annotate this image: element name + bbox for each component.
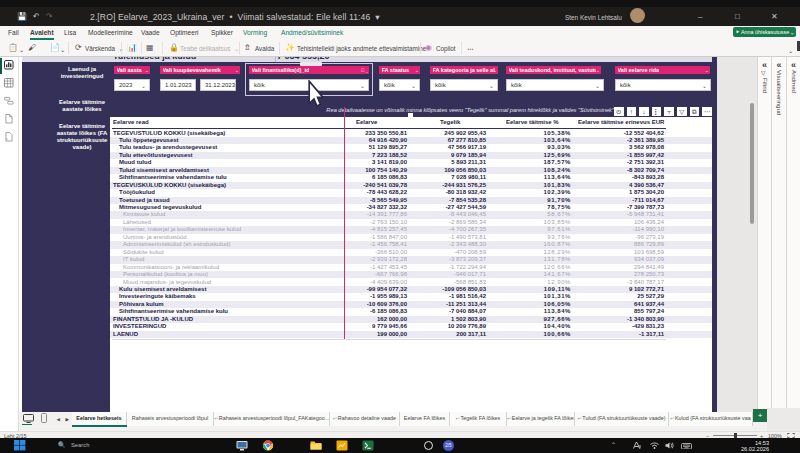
svg-text:x: x [6,137,8,141]
